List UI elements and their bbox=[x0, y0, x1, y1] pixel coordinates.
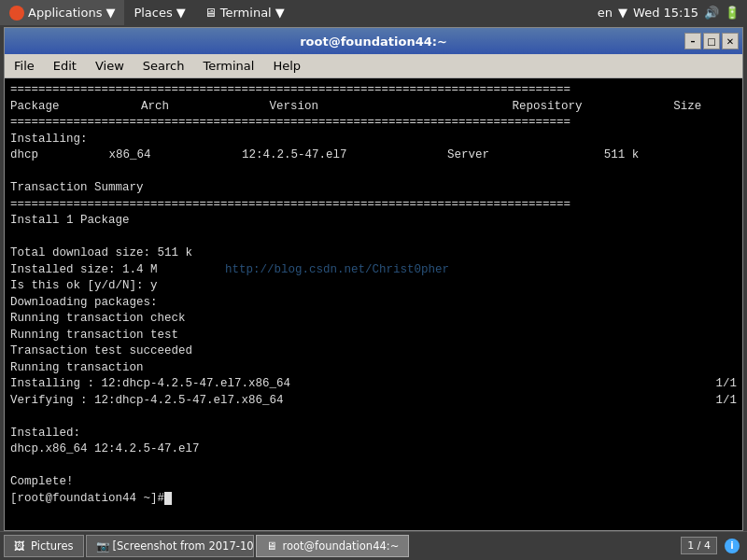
install-line: Install 1 Package bbox=[10, 213, 737, 230]
applications-label: Applications bbox=[28, 6, 102, 20]
language-indicator: en bbox=[598, 6, 613, 20]
installing-pkg-row: Installing : 12:dhcp-4.2.5-47.el7.x86_64… bbox=[10, 376, 737, 393]
col-package: Package bbox=[10, 100, 60, 113]
verifying-pkg-row: Verifying : 12:dhcp-4.2.5-47.el7.x86_64 … bbox=[10, 393, 737, 410]
installed-label: Installed: bbox=[10, 426, 737, 442]
transaction-summary: Transaction Summary bbox=[10, 180, 737, 197]
terminal-arrow: ▼ bbox=[275, 6, 285, 20]
installed-size-text: Installed size: 1.4 M bbox=[10, 263, 158, 276]
running-transaction: Running transaction bbox=[10, 360, 737, 377]
window-title: root@foundation44:~ bbox=[300, 35, 447, 49]
total-download: Total download size: 511 k bbox=[10, 245, 737, 262]
screenshot-label: [Screenshot from 2017-10-... bbox=[113, 539, 254, 553]
blank-line-1 bbox=[10, 164, 737, 181]
cursor bbox=[164, 492, 172, 505]
pkg-name: dhcp bbox=[10, 148, 38, 161]
menu-view[interactable]: View bbox=[86, 57, 134, 75]
separator-bottom: ========================================… bbox=[10, 197, 737, 214]
battery-icon: 🔋 bbox=[725, 6, 740, 20]
pkg-size: 511 k bbox=[497, 148, 640, 161]
installed-size: Installed size: 1.4 M http://blog.csdn.n… bbox=[10, 262, 737, 279]
taskbar-terminal[interactable]: 🖥 root@foundation44:~ bbox=[256, 535, 410, 557]
col-size: Size bbox=[589, 100, 701, 113]
prompt-line: [root@foundation44 ~]# bbox=[10, 491, 737, 508]
taskbar-terminal-label: root@foundation44:~ bbox=[283, 539, 400, 553]
taskbar-right: 1 / 4 i bbox=[681, 537, 743, 554]
menu-search[interactable]: Search bbox=[134, 57, 194, 75]
pkg-arch: x86_64 bbox=[46, 148, 151, 161]
distro-icon bbox=[9, 6, 24, 21]
pictures-label: Pictures bbox=[31, 539, 74, 553]
running-check: Running transaction check bbox=[10, 311, 737, 328]
prompt-text: [root@foundation44 ~]# bbox=[10, 491, 164, 508]
menu-terminal[interactable]: Terminal bbox=[193, 57, 263, 75]
terminal-menu-label: Terminal bbox=[220, 6, 272, 20]
col-repo: Repository bbox=[326, 100, 583, 113]
blank-line-3 bbox=[10, 409, 737, 426]
menu-file[interactable]: File bbox=[5, 57, 44, 75]
pkg-repo: Server bbox=[354, 148, 489, 161]
taskbar-screenshot[interactable]: 📷 [Screenshot from 2017-10-... bbox=[86, 535, 254, 557]
minimize-button[interactable]: – bbox=[684, 33, 701, 49]
places-arrow: ▼ bbox=[176, 6, 186, 20]
verifying-count: 1/1 bbox=[715, 393, 737, 410]
taskbar-pictures[interactable]: 🖼 Pictures bbox=[4, 535, 84, 557]
terminal-menu[interactable]: 🖥 Terminal ▼ bbox=[195, 0, 294, 25]
col-headers: Package Arch Version Repository Size bbox=[10, 99, 737, 116]
lang-arrow: ▼ bbox=[618, 6, 627, 20]
installed-pkg: dhcp.x86_64 12:4.2.5-47.el7 bbox=[10, 441, 737, 458]
network-icon: i bbox=[725, 539, 740, 553]
downloading: Downloading packages: bbox=[10, 295, 737, 312]
running-test: Running transaction test bbox=[10, 328, 737, 344]
watermark: http://blog.csdn.net/Christ0pher bbox=[225, 262, 449, 279]
volume-icon: 🔊 bbox=[704, 6, 719, 20]
maximize-button[interactable]: □ bbox=[703, 33, 720, 49]
terminal-menu-icon: 🖥 bbox=[204, 6, 217, 20]
blank-line-4 bbox=[10, 458, 737, 475]
page-indicator: 1 / 4 bbox=[681, 537, 717, 554]
datetime-display: Wed 15:15 bbox=[633, 6, 698, 20]
taskbar-terminal-icon: 🖥 bbox=[266, 539, 279, 553]
screenshot-icon: 📷 bbox=[96, 539, 109, 553]
complete-message: Complete! bbox=[10, 474, 737, 491]
col-version: Version bbox=[176, 100, 319, 113]
is-this-ok: Is this ok [y/d/N]: y bbox=[10, 278, 737, 295]
menu-bar: File Edit View Search Terminal Help bbox=[5, 54, 742, 78]
pkg-version: 12:4.2.5-47.el7 bbox=[158, 148, 347, 161]
col-arch: Arch bbox=[66, 100, 169, 113]
separator-mid: ========================================… bbox=[10, 115, 737, 132]
pictures-icon: 🖼 bbox=[14, 539, 27, 553]
close-button[interactable]: ✕ bbox=[722, 33, 739, 49]
window-controls: – □ ✕ bbox=[684, 33, 739, 49]
system-bar: Applications ▼ Places ▼ 🖥 Terminal ▼ en … bbox=[0, 0, 747, 25]
applications-arrow: ▼ bbox=[106, 6, 115, 20]
installing-pkg-text: Installing : 12:dhcp-4.2.5-47.el7.x86_64 bbox=[10, 376, 290, 393]
terminal-content[interactable]: ========================================… bbox=[5, 78, 742, 530]
applications-menu[interactable]: Applications ▼ bbox=[0, 0, 124, 25]
menu-help[interactable]: Help bbox=[263, 57, 310, 75]
menu-edit[interactable]: Edit bbox=[44, 57, 86, 75]
separator-top: ========================================… bbox=[10, 82, 737, 99]
installing-count: 1/1 bbox=[715, 376, 737, 393]
pkg-row: dhcp x86_64 12:4.2.5-47.el7 Server 511 k bbox=[10, 147, 737, 164]
places-label: Places bbox=[134, 6, 172, 20]
terminal-window: root@foundation44:~ – □ ✕ File Edit View… bbox=[4, 27, 743, 531]
installing-header: Installing: bbox=[10, 132, 737, 148]
taskbar: 🖼 Pictures 📷 [Screenshot from 2017-10-..… bbox=[0, 531, 747, 559]
places-menu[interactable]: Places ▼ bbox=[124, 0, 194, 25]
blank-line-2 bbox=[10, 230, 737, 246]
test-succeeded: Transaction test succeeded bbox=[10, 343, 737, 360]
title-bar: root@foundation44:~ – □ ✕ bbox=[5, 28, 742, 54]
verifying-pkg-text: Verifying : 12:dhcp-4.2.5-47.el7.x86_64 bbox=[10, 393, 284, 410]
